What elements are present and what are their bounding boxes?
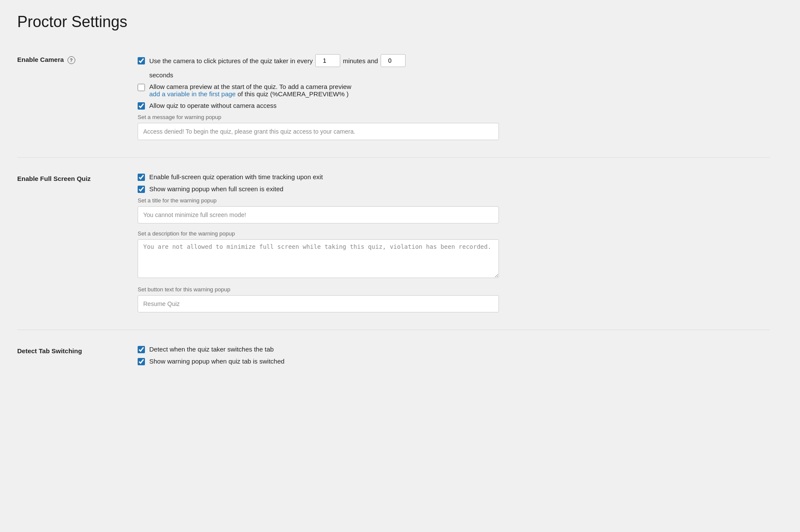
camera-preview-checkbox[interactable]: [138, 84, 145, 91]
tab-warning-checkbox-row: Show warning popup when quiz tab is swit…: [138, 358, 783, 365]
camera-preview-text-block: Allow camera preview at the start of the…: [149, 83, 351, 98]
enable-camera-section: Enable Camera ? Use the camera to click …: [17, 46, 783, 148]
detect-tab-checkbox[interactable]: [138, 346, 145, 353]
seconds-label-row: seconds: [138, 71, 783, 79]
full-screen-enable-checkbox[interactable]: [138, 174, 145, 181]
allow-without-camera-checkbox[interactable]: [138, 102, 145, 110]
enable-camera-help-icon[interactable]: ?: [68, 56, 75, 64]
detect-tab-checkbox-row: Detect when the quiz taker switches the …: [138, 345, 783, 353]
divider-row-1: [17, 148, 783, 165]
full-screen-button-text-label: Set button text for this warning popup: [138, 286, 783, 293]
camera-preview-link-suffix: of this quiz (%CAMERA_PREVIEW% ): [237, 90, 348, 98]
enable-full-screen-label: Enable Full Screen Quiz: [17, 175, 91, 182]
enable-full-screen-section: Enable Full Screen Quiz Enable full-scre…: [17, 165, 783, 320]
full-screen-button-text-input[interactable]: [138, 295, 499, 312]
detect-tab-switching-section: Detect Tab Switching Detect when the qui…: [17, 338, 783, 377]
full-screen-title-input[interactable]: [138, 206, 499, 223]
full-screen-warning-row: Show warning popup when full screen is e…: [138, 185, 783, 193]
minutes-label: minutes and: [343, 57, 378, 64]
full-screen-warning-label: Show warning popup when full screen is e…: [149, 185, 283, 193]
camera-warning-popup-input[interactable]: [138, 123, 499, 140]
tab-warning-checkbox[interactable]: [138, 358, 145, 365]
full-screen-description-label: Set a description for the warning popup: [138, 230, 783, 237]
enable-camera-label: Enable Camera: [17, 56, 64, 63]
detect-tab-switching-label: Detect Tab Switching: [17, 347, 82, 355]
camera-interval-text: Use the camera to click pictures of the …: [149, 57, 313, 64]
camera-interval-row: Use the camera to click pictures of the …: [138, 54, 783, 67]
allow-without-camera-label: Allow quiz to operate without camera acc…: [149, 102, 277, 109]
settings-table: Enable Camera ? Use the camera to click …: [17, 46, 783, 377]
seconds-label: seconds: [149, 71, 173, 79]
full-screen-title-label: Set a title for the warning popup: [138, 197, 783, 204]
camera-warning-popup-label: Set a message for warning popup: [138, 114, 783, 120]
allow-without-camera-row: Allow quiz to operate without camera acc…: [138, 102, 783, 110]
detect-tab-label: Detect when the quiz taker switches the …: [149, 345, 274, 353]
full-screen-enable-label: Enable full-screen quiz operation with t…: [149, 173, 323, 180]
minutes-input[interactable]: [315, 54, 340, 67]
camera-preview-row: Allow camera preview at the start of the…: [138, 83, 783, 98]
seconds-input[interactable]: [381, 54, 406, 67]
full-screen-description-input[interactable]: [138, 239, 499, 278]
full-screen-warning-checkbox[interactable]: [138, 186, 145, 193]
divider-row-2: [17, 320, 783, 338]
camera-preview-link[interactable]: add a variable in the first page: [149, 90, 236, 98]
page-title: Proctor Settings: [17, 13, 783, 31]
camera-preview-text: Allow camera preview at the start of the…: [149, 83, 351, 90]
tab-warning-label: Show warning popup when quiz tab is swit…: [149, 358, 284, 365]
full-screen-enable-row: Enable full-screen quiz operation with t…: [138, 173, 783, 181]
enable-camera-checkbox[interactable]: [138, 57, 145, 64]
